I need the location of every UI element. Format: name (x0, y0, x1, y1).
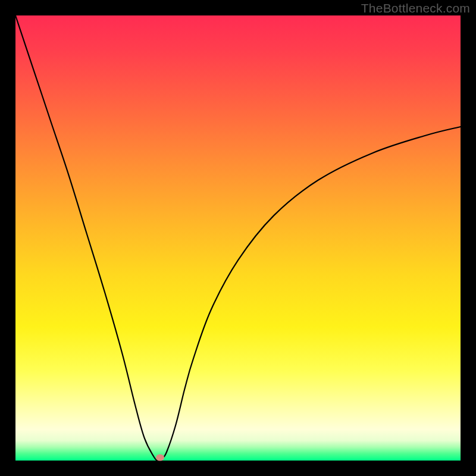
watermark-text: TheBottleneck.com (361, 1, 470, 15)
bottleneck-curve (15, 15, 461, 461)
optimal-point-marker (156, 454, 164, 461)
plot-area (15, 15, 461, 461)
chart-frame: TheBottleneck.com (0, 0, 476, 476)
